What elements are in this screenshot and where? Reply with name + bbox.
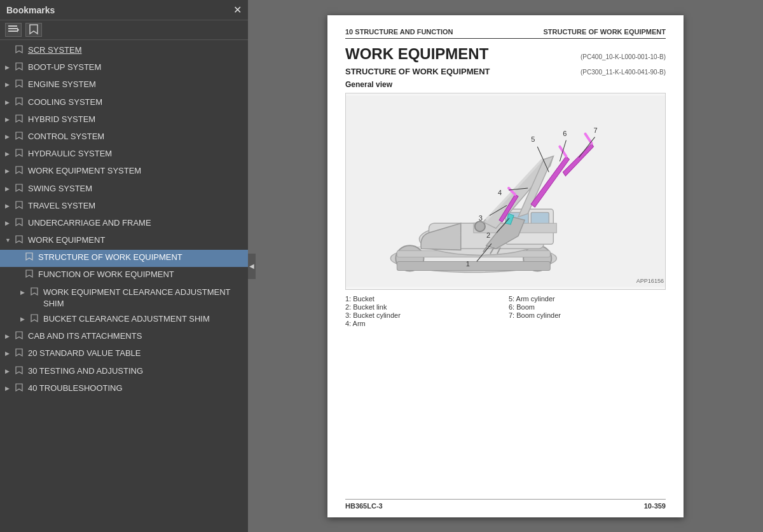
sidebar-item-bucket-clearance[interactable]: BUCKET CLEARANCE ADJUSTMENT SHIM [0,311,248,329]
chevron-troubleshooting [5,383,15,393]
sidebar-label-engine: ENGINE SYSTEM [28,79,244,90]
sidebar-item-engine[interactable]: ENGINE SYSTEM [0,77,248,94]
sidebar-label-scr: SCR SYSTEM [28,44,244,56]
parts-legend: 1: Bucket 5: Arm cylinder 2: Bucket link… [345,295,666,327]
chevron-control [5,131,15,141]
subtitle-code: (PC300_11-K-L400-041-90-B) [581,69,666,76]
svg-text:APP16156: APP16156 [636,277,664,283]
svg-text:4: 4 [498,189,502,196]
sidebar-item-troubleshooting[interactable]: 40 TROUBLESHOOTING [0,381,248,398]
bookmark-icon-troubleshooting [15,383,25,396]
bookmarks-header: Bookmarks ✕ [0,0,248,20]
sidebar-label-troubleshooting: 40 TROUBLESHOOTING [28,383,244,394]
sidebar-item-hydraulic[interactable]: HYDRAULIC SYSTEM [0,146,248,163]
chevron-hybrid [5,114,15,124]
sidebar-item-function-work-equip[interactable]: FUNCTION OF WORK EQUIPMENT [0,267,248,284]
bookmark-icon-scr [15,44,25,58]
bookmark-icon-work-equipment [15,235,25,248]
bookmarks-list: SCR SYSTEM BOOT-UP SYSTEM ENGINE SYSTEM … [0,40,248,532]
svg-marker-3 [17,27,19,32]
sidebar-item-testing[interactable]: 30 TESTING AND ADJUSTING [0,364,248,381]
collapse-panel-handle[interactable]: ◀ [248,254,256,279]
chevron-engine [5,79,15,89]
sidebar-label-hybrid: HYBRID SYSTEM [28,114,244,125]
svg-text:6: 6 [563,129,567,137]
part-4: 4: Arm [345,320,502,327]
close-button[interactable]: ✕ [233,4,242,16]
excavator-diagram: 1 2 3 4 5 6 [345,93,666,290]
chevron-travel [5,200,15,210]
chevron-cooling [5,97,15,107]
part-2: 2: Bucket link [345,303,502,311]
header-section: 10 STRUCTURE AND FUNCTION [345,28,453,36]
bookmark-icon-undercarriage [15,217,25,231]
svg-rect-0 [8,25,17,27]
sidebar-item-scr-system[interactable]: SCR SYSTEM [0,43,248,60]
chevron-testing [5,365,15,376]
footer-model: HB365LC-3 [345,502,383,510]
sidebar-item-structure-work-equip[interactable]: STRUCTURE OF WORK EQUIPMENT [0,250,248,267]
sidebar-item-standard-value[interactable]: 20 STANDARD VALUE TABLE [0,346,248,363]
chevron-work-equip-clearance [20,287,31,297]
part-6: 6: Boom [509,303,666,311]
sidebar-label-cab: CAB AND ITS ATTACHMENTS [28,331,244,342]
sidebar-item-cab[interactable]: CAB AND ITS ATTACHMENTS [0,329,248,346]
sidebar-item-work-equip-clearance[interactable]: WORK EQUIPMENT CLEARANCE ADJUSTMENT SHIM [0,285,248,311]
bookmarks-title: Bookmarks [6,5,55,15]
toolbar-menu-icon[interactable] [5,23,22,37]
chevron-swing [5,183,15,193]
part-5: 5: Arm cylinder [509,295,666,303]
bookmark-icon-hybrid [15,114,25,127]
bookmark-icon-engine [15,79,25,92]
sidebar-item-boot-up[interactable]: BOOT-UP SYSTEM [0,60,248,77]
part-1: 1: Bucket [345,295,502,303]
part-3: 3: Bucket cylinder [345,311,502,319]
chevron-undercarriage [5,217,15,228]
bookmarks-toolbar [0,20,248,40]
header-title: STRUCTURE OF WORK EQUIPMENT [544,28,666,36]
bookmark-icon-bucket-clearance [31,313,41,327]
svg-rect-9 [397,261,550,270]
svg-text:7: 7 [594,126,598,133]
sidebar-label-undercarriage: UNDERCARRIAGE AND FRAME [28,217,244,229]
sidebar-label-bucket-clearance: BUCKET CLEARANCE ADJUSTMENT SHIM [43,313,244,325]
sidebar-item-hybrid[interactable]: HYBRID SYSTEM [0,112,248,129]
svg-rect-1 [8,28,17,29]
sidebar-item-cooling[interactable]: COOLING SYSTEM [0,95,248,112]
svg-text:2: 2 [486,231,490,239]
section-label: General view [345,80,666,89]
bookmarks-panel: Bookmarks ✕ SCR SYSTEM [0,0,248,532]
sidebar-label-cooling: COOLING SYSTEM [28,97,244,108]
bookmark-icon-structure [25,252,36,265]
toolbar-bookmark-icon[interactable] [25,23,42,37]
footer-page: 10-359 [644,502,666,510]
document-panel: 10 STRUCTURE AND FUNCTION STRUCTURE OF W… [248,0,763,532]
page-title: WORK EQUIPMENT [345,45,488,63]
sidebar-item-travel[interactable]: TRAVEL SYSTEM [0,198,248,215]
svg-text:5: 5 [531,135,535,142]
bookmark-icon-boot [15,62,25,75]
svg-point-16 [475,221,485,231]
bookmark-icon-clearance [31,287,41,300]
bookmark-icon-travel [15,200,25,214]
bookmark-icon-testing [15,365,25,379]
bookmark-icon-function [25,269,36,282]
bookmark-icon-hydraulic [15,148,25,161]
document-content: 10 STRUCTURE AND FUNCTION STRUCTURE OF W… [248,0,763,532]
svg-text:1: 1 [466,260,470,268]
document-header: 10 STRUCTURE AND FUNCTION STRUCTURE OF W… [345,28,666,39]
sidebar-item-control[interactable]: CONTROL SYSTEM [0,129,248,146]
chevron-placeholder [5,44,15,55]
sidebar-label-standard: 20 STANDARD VALUE TABLE [28,348,244,359]
chevron-work-equip-system [5,165,15,175]
bookmark-icon-swing [15,183,25,196]
bookmark-icon-control [15,131,25,144]
bookmark-icon-cab [15,331,25,344]
sidebar-item-undercarriage[interactable]: UNDERCARRIAGE AND FRAME [0,215,248,233]
sidebar-item-work-equipment[interactable]: WORK EQUIPMENT [0,233,248,250]
title-code: (PC400_10-K-L000-001-10-B) [581,53,666,60]
sidebar-label-structure: STRUCTURE OF WORK EQUIPMENT [38,252,244,263]
sidebar-item-work-equip-system[interactable]: WORK EQUIPMENT SYSTEM [0,163,248,181]
sidebar-item-swing[interactable]: SWING SYSTEM [0,181,248,198]
bookmark-icon-standard [15,348,25,361]
